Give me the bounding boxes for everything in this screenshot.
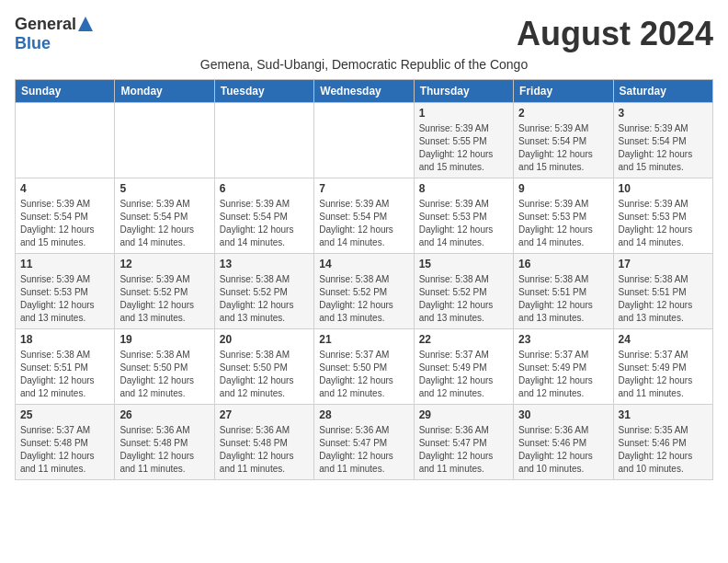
day-info: Sunrise: 5:38 AM Sunset: 5:52 PM Dayligh… <box>419 273 508 325</box>
day-cell: 9Sunrise: 5:39 AM Sunset: 5:53 PM Daylig… <box>514 178 613 254</box>
day-info: Sunrise: 5:36 AM Sunset: 5:48 PM Dayligh… <box>220 424 309 476</box>
day-number: 19 <box>119 333 209 346</box>
day-cell: 13Sunrise: 5:38 AM Sunset: 5:52 PM Dayli… <box>214 254 313 329</box>
day-info: Sunrise: 5:39 AM Sunset: 5:53 PM Dayligh… <box>619 198 708 249</box>
day-number: 1 <box>419 107 508 120</box>
day-cell: 8Sunrise: 5:39 AM Sunset: 5:53 PM Daylig… <box>414 178 513 254</box>
day-cell: 31Sunrise: 5:35 AM Sunset: 5:46 PM Dayli… <box>613 405 712 480</box>
week-row-5: 25Sunrise: 5:37 AM Sunset: 5:48 PM Dayli… <box>16 405 713 480</box>
header-wednesday: Wednesday <box>314 80 414 103</box>
week-row-4: 18Sunrise: 5:38 AM Sunset: 5:51 PM Dayli… <box>16 329 713 405</box>
day-cell <box>16 103 115 178</box>
day-info: Sunrise: 5:39 AM Sunset: 5:54 PM Dayligh… <box>619 122 708 174</box>
day-cell: 12Sunrise: 5:39 AM Sunset: 5:52 PM Dayli… <box>115 254 214 329</box>
day-info: Sunrise: 5:37 AM Sunset: 5:49 PM Dayligh… <box>619 349 708 400</box>
day-number: 21 <box>319 333 408 346</box>
day-info: Sunrise: 5:37 AM Sunset: 5:50 PM Dayligh… <box>319 349 408 400</box>
day-number: 14 <box>319 258 408 270</box>
day-number: 27 <box>220 408 309 421</box>
day-info: Sunrise: 5:39 AM Sunset: 5:54 PM Dayligh… <box>518 122 608 174</box>
day-number: 30 <box>518 408 608 421</box>
day-info: Sunrise: 5:39 AM Sunset: 5:55 PM Dayligh… <box>419 122 508 174</box>
day-number: 11 <box>20 258 109 270</box>
day-cell: 22Sunrise: 5:37 AM Sunset: 5:49 PM Dayli… <box>414 329 513 405</box>
day-number: 7 <box>319 182 408 195</box>
day-cell: 18Sunrise: 5:38 AM Sunset: 5:51 PM Dayli… <box>16 329 115 405</box>
day-info: Sunrise: 5:39 AM Sunset: 5:53 PM Dayligh… <box>20 273 109 325</box>
day-number: 26 <box>119 408 209 421</box>
header-monday: Monday <box>115 80 214 103</box>
header-thursday: Thursday <box>414 80 513 103</box>
day-info: Sunrise: 5:36 AM Sunset: 5:48 PM Dayligh… <box>119 424 209 476</box>
day-cell: 24Sunrise: 5:37 AM Sunset: 5:49 PM Dayli… <box>613 329 712 405</box>
day-cell: 17Sunrise: 5:38 AM Sunset: 5:51 PM Dayli… <box>613 254 712 329</box>
calendar-body: 1Sunrise: 5:39 AM Sunset: 5:55 PM Daylig… <box>16 103 713 480</box>
header-friday: Friday <box>514 80 613 103</box>
day-number: 17 <box>619 258 708 270</box>
day-cell: 29Sunrise: 5:36 AM Sunset: 5:47 PM Dayli… <box>414 405 513 480</box>
day-info: Sunrise: 5:39 AM Sunset: 5:53 PM Dayligh… <box>518 198 608 249</box>
day-info: Sunrise: 5:38 AM Sunset: 5:52 PM Dayligh… <box>319 273 408 325</box>
day-number: 29 <box>419 408 508 421</box>
month-title: August 2024 <box>517 15 713 53</box>
day-number: 9 <box>518 182 608 195</box>
day-cell: 6Sunrise: 5:39 AM Sunset: 5:54 PM Daylig… <box>214 178 313 254</box>
day-cell: 5Sunrise: 5:39 AM Sunset: 5:54 PM Daylig… <box>115 178 214 254</box>
header: General Blue August 2024 <box>15 15 713 53</box>
day-number: 22 <box>419 333 508 346</box>
day-cell: 10Sunrise: 5:39 AM Sunset: 5:53 PM Dayli… <box>613 178 712 254</box>
logo: General Blue <box>15 15 94 53</box>
day-cell: 3Sunrise: 5:39 AM Sunset: 5:54 PM Daylig… <box>613 103 712 178</box>
day-info: Sunrise: 5:38 AM Sunset: 5:50 PM Dayligh… <box>220 349 309 400</box>
day-cell: 4Sunrise: 5:39 AM Sunset: 5:54 PM Daylig… <box>16 178 115 254</box>
day-cell: 26Sunrise: 5:36 AM Sunset: 5:48 PM Dayli… <box>115 405 214 480</box>
day-number: 25 <box>20 408 109 421</box>
day-info: Sunrise: 5:39 AM Sunset: 5:54 PM Dayligh… <box>220 198 309 249</box>
header-tuesday: Tuesday <box>214 80 313 103</box>
day-info: Sunrise: 5:36 AM Sunset: 5:46 PM Dayligh… <box>518 424 608 476</box>
day-cell: 16Sunrise: 5:38 AM Sunset: 5:51 PM Dayli… <box>514 254 613 329</box>
day-cell: 28Sunrise: 5:36 AM Sunset: 5:47 PM Dayli… <box>314 405 414 480</box>
day-cell: 14Sunrise: 5:38 AM Sunset: 5:52 PM Dayli… <box>314 254 414 329</box>
logo-triangle-icon <box>77 16 94 32</box>
day-info: Sunrise: 5:39 AM Sunset: 5:54 PM Dayligh… <box>20 198 109 249</box>
day-number: 20 <box>220 333 309 346</box>
day-info: Sunrise: 5:35 AM Sunset: 5:46 PM Dayligh… <box>619 424 708 476</box>
day-number: 24 <box>619 333 708 346</box>
calendar-header: Sunday Monday Tuesday Wednesday Thursday… <box>16 80 713 103</box>
week-row-3: 11Sunrise: 5:39 AM Sunset: 5:53 PM Dayli… <box>16 254 713 329</box>
day-number: 13 <box>220 258 309 270</box>
day-number: 8 <box>419 182 508 195</box>
day-info: Sunrise: 5:39 AM Sunset: 5:54 PM Dayligh… <box>319 198 408 249</box>
day-info: Sunrise: 5:39 AM Sunset: 5:53 PM Dayligh… <box>419 198 508 249</box>
day-cell: 15Sunrise: 5:38 AM Sunset: 5:52 PM Dayli… <box>414 254 513 329</box>
day-info: Sunrise: 5:36 AM Sunset: 5:47 PM Dayligh… <box>419 424 508 476</box>
day-info: Sunrise: 5:38 AM Sunset: 5:50 PM Dayligh… <box>119 349 209 400</box>
day-cell: 21Sunrise: 5:37 AM Sunset: 5:50 PM Dayli… <box>314 329 414 405</box>
day-cell: 25Sunrise: 5:37 AM Sunset: 5:48 PM Dayli… <box>16 405 115 480</box>
day-number: 18 <box>20 333 109 346</box>
day-cell: 27Sunrise: 5:36 AM Sunset: 5:48 PM Dayli… <box>214 405 313 480</box>
day-number: 3 <box>619 107 708 120</box>
day-info: Sunrise: 5:37 AM Sunset: 5:49 PM Dayligh… <box>419 349 508 400</box>
day-info: Sunrise: 5:39 AM Sunset: 5:52 PM Dayligh… <box>119 273 209 325</box>
day-cell <box>214 103 313 178</box>
day-number: 2 <box>518 107 608 120</box>
logo-blue-text: Blue <box>15 34 51 53</box>
day-cell: 23Sunrise: 5:37 AM Sunset: 5:49 PM Dayli… <box>514 329 613 405</box>
day-number: 5 <box>119 182 209 195</box>
day-cell: 11Sunrise: 5:39 AM Sunset: 5:53 PM Dayli… <box>16 254 115 329</box>
day-cell <box>314 103 414 178</box>
day-info: Sunrise: 5:38 AM Sunset: 5:52 PM Dayligh… <box>220 273 309 325</box>
day-number: 10 <box>619 182 708 195</box>
day-info: Sunrise: 5:38 AM Sunset: 5:51 PM Dayligh… <box>20 349 109 400</box>
day-info: Sunrise: 5:37 AM Sunset: 5:49 PM Dayligh… <box>518 349 608 400</box>
logo-general-text: General <box>15 15 76 34</box>
header-saturday: Saturday <box>613 80 712 103</box>
day-number: 6 <box>220 182 309 195</box>
day-cell: 20Sunrise: 5:38 AM Sunset: 5:50 PM Dayli… <box>214 329 313 405</box>
header-sunday: Sunday <box>16 80 115 103</box>
day-cell: 7Sunrise: 5:39 AM Sunset: 5:54 PM Daylig… <box>314 178 414 254</box>
day-number: 31 <box>619 408 708 421</box>
day-info: Sunrise: 5:36 AM Sunset: 5:47 PM Dayligh… <box>319 424 408 476</box>
